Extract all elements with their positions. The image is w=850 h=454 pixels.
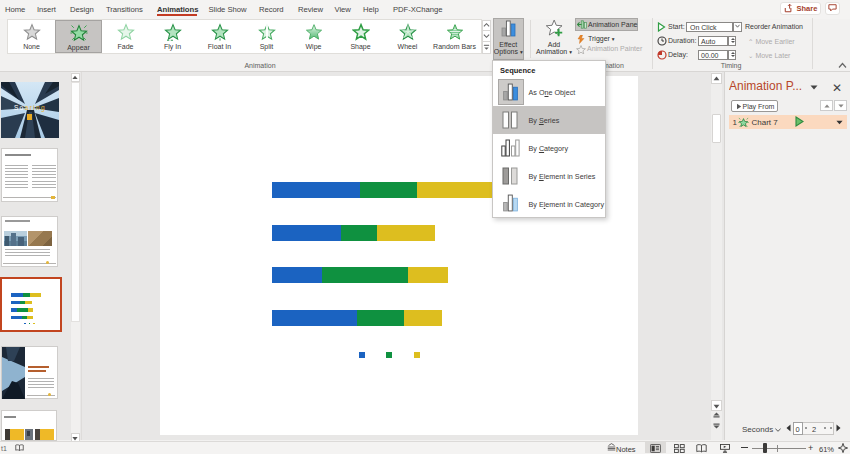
svg-text:Soaring: Soaring <box>14 104 46 112</box>
